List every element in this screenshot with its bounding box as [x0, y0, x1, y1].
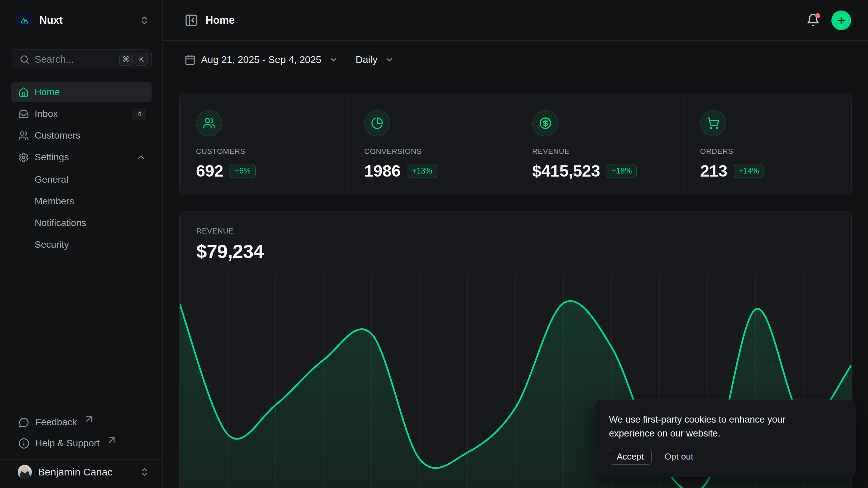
chevron-down-icon	[329, 55, 338, 64]
sidebar: Nuxt ⌘ K Home Inbox 4 Customers Settings	[0, 0, 163, 488]
external-link-icon	[83, 413, 95, 425]
stat-value: $415,523	[532, 161, 600, 180]
gear-icon	[18, 152, 29, 163]
notifications-button[interactable]	[806, 13, 821, 27]
sidebar-item-settings[interactable]: Settings	[11, 147, 152, 167]
chart-total-value: $79,234	[196, 240, 835, 262]
add-button[interactable]	[831, 11, 851, 30]
filters-toolbar: Aug 21, 2025 - Sep 4, 2025 Daily	[163, 41, 868, 79]
avatar	[18, 465, 32, 479]
cookie-message: We use first-party cookies to enhance yo…	[609, 412, 821, 440]
chat-bubble-icon	[18, 417, 29, 428]
sidebar-item-notifications[interactable]: Notifications	[11, 212, 152, 234]
search-shortcut: ⌘ K	[119, 53, 148, 66]
sidebar-item-members[interactable]: Members	[11, 190, 152, 212]
chevron-down-icon	[385, 55, 394, 64]
dollar-circle-icon	[539, 117, 552, 129]
sidebar-item-label: Customers	[35, 130, 80, 141]
users-icon	[18, 130, 29, 141]
sidebar-item-label: Settings	[35, 152, 69, 163]
users-icon	[203, 117, 215, 129]
user-name: Benjamin Canac	[38, 466, 113, 478]
stat-label: CONVERSIONS	[364, 147, 499, 156]
stat-value: 692	[196, 161, 223, 180]
sidebar-item-general[interactable]: General	[11, 169, 152, 190]
chevrons-up-down-icon	[139, 467, 150, 477]
search-input[interactable]	[35, 54, 115, 65]
stat-change-badge: +13%	[407, 164, 437, 178]
home-icon	[18, 87, 29, 98]
plus-icon	[836, 15, 847, 26]
external-link-icon	[106, 434, 117, 446]
footer-item-label: Feedback	[35, 417, 77, 428]
granularity-select[interactable]: Daily	[356, 54, 394, 65]
stats-row: CUSTOMERS 692 +6% CONVERSIONS 1986 +13% …	[179, 93, 852, 195]
stat-card-revenue: REVENUE $415,523 +18%	[516, 93, 684, 195]
sidebar-item-label: Home	[35, 87, 60, 98]
sidebar-item-help-support[interactable]: Help & Support	[11, 433, 152, 454]
cookie-banner: We use first-party cookies to enhance yo…	[595, 400, 855, 477]
stat-label: CUSTOMERS	[196, 147, 331, 156]
stat-card-customers: CUSTOMERS 692 +6%	[180, 93, 348, 195]
cart-icon	[707, 117, 719, 129]
kbd-k: K	[135, 53, 148, 66]
stat-value: 213	[700, 161, 727, 180]
stat-change-badge: +18%	[607, 164, 637, 178]
collapse-sidebar-button[interactable]	[184, 14, 198, 27]
inbox-count-badge: 4	[133, 108, 146, 120]
inbox-icon	[18, 109, 29, 119]
date-range-value: Aug 21, 2025 - Sep 4, 2025	[201, 54, 321, 65]
stat-change-badge: +6%	[230, 164, 256, 178]
brand-name: Nuxt	[39, 14, 63, 26]
stat-value: 1986	[364, 161, 400, 180]
page-title: Home	[205, 14, 235, 26]
stat-change-badge: +14%	[734, 164, 764, 178]
search-icon	[19, 54, 30, 65]
date-range-picker[interactable]: Aug 21, 2025 - Sep 4, 2025	[184, 54, 338, 65]
sidebar-item-inbox[interactable]: Inbox 4	[11, 104, 152, 124]
user-menu[interactable]: Benjamin Canac	[11, 460, 152, 485]
pie-chart-icon	[371, 117, 383, 129]
sidebar-item-security[interactable]: Security	[11, 234, 152, 256]
sidebar-item-home[interactable]: Home	[11, 82, 152, 102]
settings-submenu: General Members Notifications Security	[11, 169, 152, 256]
chevron-up-icon	[136, 152, 146, 163]
panel-left-close-icon	[184, 14, 198, 27]
sidebar-nav: Home Inbox 4 Customers Settings General …	[11, 82, 152, 256]
top-navbar: Home	[163, 0, 868, 41]
sidebar-spacer	[11, 256, 152, 412]
kbd-cmd: ⌘	[119, 53, 133, 66]
sidebar-item-label: Inbox	[35, 108, 58, 119]
navbar-actions	[806, 11, 851, 30]
workspace-switcher[interactable]: Nuxt	[11, 9, 152, 31]
footer-item-label: Help & Support	[35, 438, 100, 449]
stat-card-orders: ORDERS 213 +14%	[684, 93, 851, 195]
cookie-actions: Accept Opt out	[609, 449, 842, 465]
revenue-chart-header: REVENUE $79,234	[180, 212, 851, 262]
accept-cookies-button[interactable]: Accept	[609, 449, 652, 465]
search-input-box[interactable]: ⌘ K	[11, 49, 152, 69]
chart-title: REVENUE	[196, 227, 835, 236]
sidebar-item-feedback[interactable]: Feedback	[11, 412, 152, 433]
nuxt-logo-icon	[16, 12, 33, 29]
optout-cookies-button[interactable]: Opt out	[665, 449, 693, 464]
stat-label: ORDERS	[700, 147, 835, 156]
chevrons-up-down-icon	[139, 15, 150, 25]
sidebar-item-customers[interactable]: Customers	[11, 125, 152, 146]
notification-dot	[815, 13, 820, 18]
info-icon	[18, 438, 29, 449]
stat-card-conversions: CONVERSIONS 1986 +13%	[348, 93, 515, 195]
calendar-icon	[184, 54, 196, 65]
granularity-value: Daily	[356, 54, 377, 65]
stat-label: REVENUE	[532, 147, 667, 156]
